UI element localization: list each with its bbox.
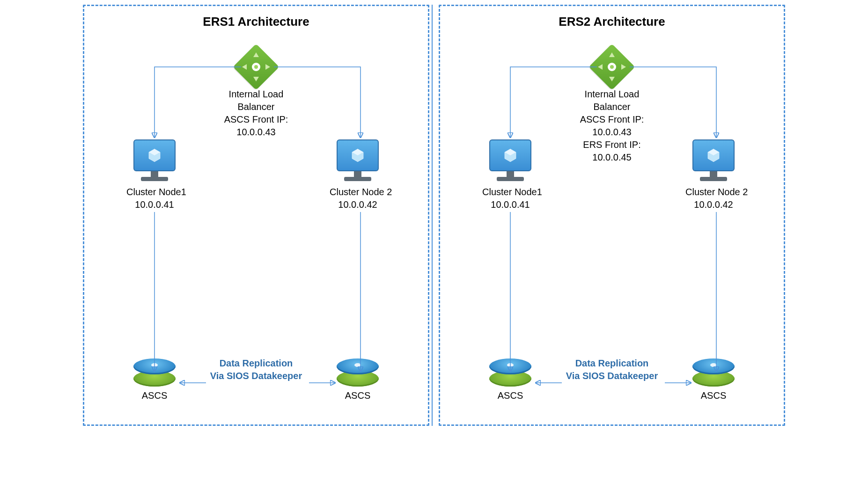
monitor-icon [337, 139, 379, 171]
monitor-icon [133, 139, 176, 171]
node-name: Cluster Node1 [482, 186, 538, 198]
panel-ers2: ERS2 Architecture Internal Load Balancer… [439, 5, 785, 426]
cluster-node-1: Cluster Node1 10.0.0.41 [126, 139, 183, 211]
node-name: Cluster Node 2 [685, 186, 742, 198]
cluster-node-2: Cluster Node 2 10.0.0.42 [330, 139, 386, 211]
node-ip: 10.0.0.42 [685, 198, 742, 211]
disk-ascs-left: ASCS [487, 358, 534, 401]
replication-label: Data Replication Via SIOS Datakeeper [210, 357, 302, 382]
cluster-node-1: Cluster Node1 10.0.0.41 [482, 139, 538, 211]
panel-title: ERS2 Architecture [440, 15, 784, 29]
panel-ers1: ERS1 Architecture Internal Load Balancer… [83, 5, 429, 426]
cluster-node-2: Cluster Node 2 10.0.0.42 [685, 139, 742, 211]
panel-divider [432, 5, 433, 426]
load-balancer-icon [240, 51, 272, 83]
load-balancer-icon [596, 51, 628, 83]
disk-label: ASCS [690, 390, 737, 401]
disk-label: ASCS [487, 390, 534, 401]
replication-label: Data Replication Via SIOS Datakeeper [566, 357, 658, 382]
node-ip: 10.0.0.41 [482, 198, 538, 211]
node-ip: 10.0.0.42 [330, 198, 386, 211]
disk-ascs-left: ASCS [131, 358, 178, 401]
monitor-icon [489, 139, 531, 171]
disk-ascs-right: ASCS [690, 358, 737, 401]
monitor-icon [692, 139, 735, 171]
load-balancer-label: Internal Load Balancer ASCS Front IP: 10… [224, 88, 288, 139]
diagram-canvas: ERS1 Architecture Internal Load Balancer… [78, 0, 790, 431]
disk-ascs-right: ASCS [334, 358, 381, 401]
disk-label: ASCS [131, 390, 178, 401]
node-name: Cluster Node 2 [330, 186, 386, 198]
node-name: Cluster Node1 [126, 186, 183, 198]
load-balancer-label: Internal Load Balancer ASCS Front IP: 10… [580, 88, 644, 164]
node-ip: 10.0.0.41 [126, 198, 183, 211]
panel-title: ERS1 Architecture [84, 15, 428, 29]
disk-label: ASCS [334, 390, 381, 401]
